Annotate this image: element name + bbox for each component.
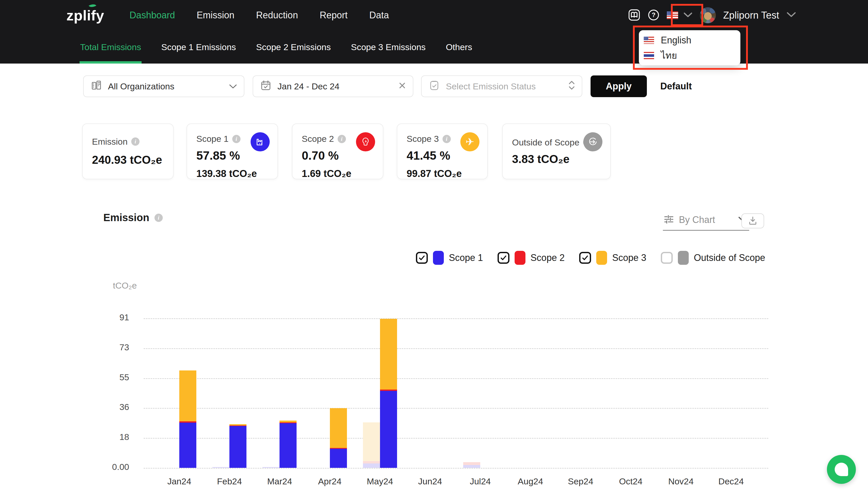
language-option-thai[interactable]: ไทย (639, 48, 740, 63)
bar-Apr24[interactable] (330, 449, 347, 468)
bar-faded-Jul24[interactable] (463, 465, 480, 468)
tab-scope1-emissions[interactable]: Scope 1 Emissions (161, 30, 236, 64)
main-nav: Dashboard Emission Reduction Report Data (129, 10, 389, 21)
chart-plot: tCO₂e 0.001836557391Jan24Feb24Mar24Apr24… (0, 274, 868, 496)
bar-Feb24[interactable] (229, 425, 246, 426)
legend-outside-swatch (678, 251, 689, 265)
bar-Mar24[interactable] (280, 422, 297, 423)
bar-Jan24[interactable] (179, 370, 196, 421)
nav-item-report[interactable]: Report (320, 10, 347, 21)
book-icon (628, 9, 640, 22)
language-option-label: English (661, 35, 691, 46)
gridline (144, 348, 768, 349)
top-navigation: zplify Dashboard Emission Reduction Repo… (0, 0, 868, 30)
card-scope3: Scope 3 i 41.45 % 99.87 tCO₂e ✈ (397, 123, 488, 179)
bar-Mar24[interactable] (280, 421, 297, 422)
emission-status-select[interactable]: Select Emission Status (421, 75, 582, 97)
legend-outside-scope: Outside of Scope (661, 251, 765, 265)
bar-May24[interactable] (380, 391, 397, 468)
bar-Jan24[interactable] (179, 421, 196, 423)
bar-faded-Mar24[interactable] (262, 467, 280, 468)
bar-faded-Feb24[interactable] (212, 467, 229, 468)
y-axis-tick: 55 (85, 372, 129, 382)
organization-select[interactable]: All Organizations (83, 75, 244, 97)
language-option-english[interactable]: English (639, 33, 740, 48)
bar-Feb24[interactable] (229, 424, 246, 425)
gridline (144, 318, 768, 319)
chat-button[interactable] (827, 455, 856, 484)
legend-scope2-swatch (515, 251, 525, 265)
bar-May24[interactable] (380, 319, 397, 390)
chart-view-selector[interactable]: By Chart (663, 212, 749, 231)
tab-others[interactable]: Others (446, 30, 472, 64)
nav-item-dashboard[interactable]: Dashboard (129, 10, 175, 21)
bar-May24[interactable] (380, 390, 397, 391)
user-name[interactable]: Zpliporn Test (723, 10, 779, 21)
sliders-icon (663, 214, 674, 226)
arrow-in-circle-icon (583, 132, 602, 151)
date-range-value: Jan 24 - Dec 24 (277, 81, 393, 91)
y-axis-tick: 0.00 (85, 462, 129, 472)
language-selector[interactable] (667, 11, 693, 19)
language-option-label: ไทย (661, 48, 677, 63)
updown-chevron-icon (568, 80, 575, 92)
legend-scope1-checkbox[interactable] (416, 252, 428, 264)
x-axis-label: Nov24 (655, 476, 707, 486)
bar-Jan24[interactable] (179, 423, 196, 468)
default-button[interactable]: Default (660, 75, 692, 97)
user-avatar[interactable] (700, 7, 716, 23)
nav-item-reduction[interactable]: Reduction (256, 10, 298, 21)
app-logo[interactable]: zplify (66, 7, 104, 24)
x-axis-label: Jun24 (404, 476, 456, 486)
gridline (144, 468, 768, 469)
info-icon[interactable]: i (154, 214, 163, 222)
info-icon[interactable]: i (131, 137, 140, 146)
nav-item-data[interactable]: Data (369, 10, 389, 21)
tab-scope2-emissions[interactable]: Scope 2 Emissions (256, 30, 331, 64)
legend-scope2-label: Scope 2 (531, 252, 565, 263)
bar-faded-May24[interactable] (363, 461, 380, 463)
info-icon[interactable]: i (443, 135, 451, 143)
legend-scope2: Scope 2 (498, 251, 565, 265)
bar-faded-Jul24[interactable] (463, 462, 480, 465)
card-scope1-value: 139.38 tCO₂e (196, 168, 268, 179)
tab-scope3-emissions[interactable]: Scope 3 Emissions (351, 30, 425, 64)
chart-legend: Scope 1 Scope 2 Scope 3 Outside of Scope (416, 247, 765, 268)
card-scope3-title: Scope 3 (407, 134, 439, 144)
legend-outside-checkbox[interactable] (661, 252, 673, 264)
card-outside-scope: Outside of Scope i 3.83 tCO₂e (502, 123, 611, 179)
bar-faded-May24[interactable] (363, 463, 380, 468)
x-axis-label: Feb24 (204, 476, 255, 486)
bar-Apr24[interactable] (330, 408, 347, 448)
legend-scope1: Scope 1 (416, 251, 483, 265)
legend-scope3-swatch (596, 251, 607, 265)
card-emission-title: Emission (92, 137, 128, 147)
nav-item-emission[interactable]: Emission (197, 10, 234, 21)
docs-button[interactable] (628, 9, 640, 22)
chevron-down-icon[interactable] (786, 11, 796, 19)
x-axis-label: Oct24 (605, 476, 657, 486)
bar-Feb24[interactable] (229, 426, 246, 468)
legend-scope3-checkbox[interactable] (579, 252, 591, 264)
legend-scope2-checkbox[interactable] (498, 252, 509, 264)
bar-faded-May24[interactable] (363, 422, 380, 461)
date-range-select[interactable]: Jan 24 - Dec 24 (253, 75, 413, 97)
clear-date-icon[interactable] (398, 81, 406, 91)
info-icon[interactable]: i (338, 135, 346, 143)
card-emission: Emission i 240.93 tCO₂e (82, 123, 174, 179)
calendar-icon (260, 79, 272, 93)
legend-outside-label: Outside of Scope (694, 252, 765, 263)
help-button[interactable]: ? (648, 9, 660, 22)
y-axis-tick: 36 (85, 402, 129, 412)
download-chart-button[interactable] (741, 213, 764, 228)
card-outside-title: Outside of Scope (512, 137, 579, 148)
info-icon[interactable]: i (232, 135, 241, 143)
bar-Apr24[interactable] (330, 448, 347, 449)
bar-Mar24[interactable] (280, 423, 297, 468)
x-axis-label: Sep24 (555, 476, 606, 486)
download-icon (748, 216, 758, 226)
app-logo-text: zplify (66, 7, 104, 24)
tab-total-emissions[interactable]: Total Emissions (80, 30, 141, 64)
apply-button[interactable]: Apply (591, 75, 647, 97)
legend-scope1-swatch (433, 251, 444, 265)
